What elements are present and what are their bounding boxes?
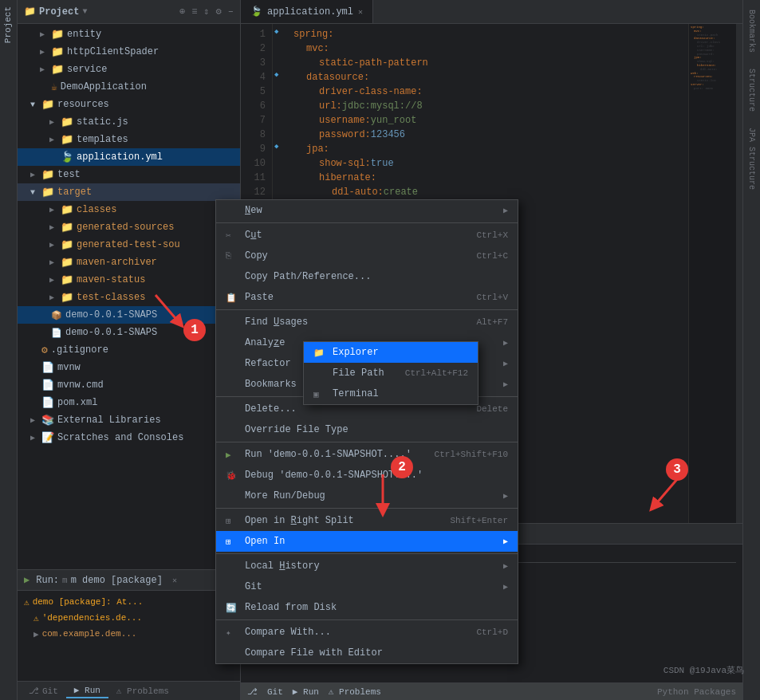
tree-item-staticjs[interactable]: ▶ 📁 static.js bbox=[18, 113, 240, 131]
tree-item-scratches[interactable]: ▶ 📝 Scratches and Consoles bbox=[18, 429, 240, 446]
menu-item-localhistory[interactable]: Local History ▶ bbox=[216, 556, 518, 576]
gutter-7 bbox=[274, 113, 285, 128]
editor-scrollbar[interactable] bbox=[736, 24, 742, 523]
tree-item-gitignore[interactable]: ▶ ⚙ .gitignore bbox=[18, 341, 240, 359]
tree-item-externallibs[interactable]: ▶ 📚 External Libraries bbox=[18, 411, 240, 429]
tree-item-httpclient[interactable]: ▶ 📁 httpClientSpader bbox=[18, 43, 240, 61]
tree-label-generated-test: generated-test-sou bbox=[77, 239, 180, 250]
editor-tab-applicationyml[interactable]: 🍃 application.yml ✕ bbox=[241, 0, 373, 23]
tree-item-maven-status[interactable]: ▶ 📁 maven-status bbox=[18, 271, 240, 289]
menu-item-run[interactable]: ▶ Run 'demo-0.0.1-SNAPSHOT....' Ctrl+Shi… bbox=[216, 444, 518, 465]
menu-shortcut-run: Ctrl+Shift+F10 bbox=[435, 450, 508, 459]
tree-item-mvnwcmd[interactable]: ▶ 📄 mvnw.cmd bbox=[18, 376, 240, 394]
tree-item-demo-jar2[interactable]: ▶ 📄 demo-0.0.1-SNAPS bbox=[18, 324, 240, 341]
submenu-item-terminal[interactable]: ▣ Terminal bbox=[304, 383, 478, 404]
panel-dropdown-arrow[interactable]: ▼ bbox=[82, 7, 87, 16]
run-item-arrow: ▶ bbox=[33, 629, 39, 639]
submenu-shortcut-filepath: Ctrl+Alt+F12 bbox=[405, 368, 468, 378]
vertical-tab-project[interactable]: Project bbox=[0, 0, 17, 49]
code-line-11: hibernate: bbox=[293, 171, 682, 185]
menu-item-morerun[interactable]: More Run/Debug ▶ bbox=[216, 486, 518, 506]
panel-action-locate[interactable]: ⊕ bbox=[179, 6, 185, 18]
run-tab-close[interactable]: ✕ bbox=[172, 576, 177, 585]
tree-label-resources: resources bbox=[57, 99, 109, 110]
menu-item-openin[interactable]: ⊞ Open In ▶ bbox=[216, 531, 518, 552]
tree-label-classes: classes bbox=[77, 204, 116, 215]
tree-item-templates[interactable]: ▶ 📁 templates bbox=[18, 131, 240, 148]
menu-sep-4 bbox=[216, 442, 518, 442]
menu-item-comparefile[interactable]: Compare File with Editor bbox=[216, 643, 518, 663]
menu-shortcut-delete: Delete bbox=[476, 404, 508, 414]
menu-item-git[interactable]: Git ▶ bbox=[216, 576, 518, 597]
run-label: Run: bbox=[36, 575, 59, 586]
line-1: 1 bbox=[241, 27, 272, 41]
menu-item-copy[interactable]: ⎘ Copy Ctrl+C bbox=[216, 246, 518, 266]
tree-item-mvnw[interactable]: ▶ 📄 mvnw bbox=[18, 359, 240, 376]
menu-label-openright: Open in Right Split bbox=[245, 515, 443, 526]
run-item-3: ▶ com.example.dem... bbox=[24, 626, 234, 642]
tree-arrow-scratches: ▶ bbox=[30, 433, 38, 442]
right-tab-structure[interactable]: Structure bbox=[746, 62, 758, 118]
menu-item-comparewith[interactable]: ✦ Compare With... Ctrl+D bbox=[216, 622, 518, 643]
tree-item-target[interactable]: ▼ 📁 target bbox=[18, 183, 240, 201]
menu-label-reload: Reload from Disk bbox=[245, 602, 508, 613]
line-2: 2 bbox=[241, 41, 272, 56]
panel-action-collapse[interactable]: ≡ bbox=[191, 6, 197, 18]
code-line-6: url: jdbc:mysql://8 bbox=[293, 99, 682, 113]
right-tab-jpa[interactable]: JPA Structure bbox=[746, 121, 758, 196]
run-header: ▶ Run: m m demo [package] ✕ bbox=[18, 570, 240, 591]
menu-item-paste[interactable]: 📋 Paste Ctrl+V bbox=[216, 287, 518, 308]
tree-item-generated-test[interactable]: ▶ 📁 generated-test-sou bbox=[18, 236, 240, 254]
gutter-1: ◆ bbox=[274, 27, 285, 41]
tree-item-entity[interactable]: ▶ 📁 entity bbox=[18, 26, 240, 43]
submenu-item-explorer[interactable]: 📁 Explorer bbox=[304, 342, 478, 363]
menu-sep-6 bbox=[216, 553, 518, 554]
line-11: 11 bbox=[241, 171, 272, 185]
tab-close-icon[interactable]: ✕ bbox=[358, 7, 363, 17]
tree-item-demoapplication[interactable]: ▶ ☕ DemoApplication bbox=[18, 78, 240, 96]
panel-action-minimize[interactable]: – bbox=[228, 6, 234, 18]
menu-item-copypath[interactable]: Copy Path/Reference... bbox=[216, 266, 518, 287]
tree-item-generated-sources[interactable]: ▶ 📁 generated-sources bbox=[18, 218, 240, 236]
run-item-example: com.example.dem... bbox=[42, 629, 137, 639]
status-run: ▶ Run bbox=[293, 686, 319, 697]
tree-arrow-httpclient: ▶ bbox=[40, 47, 48, 57]
menu-item-debug[interactable]: 🐞 Debug 'demo-0.0.1-SNAPSHOT....' bbox=[216, 465, 518, 486]
menu-item-findusages[interactable]: Find Usages Alt+F7 bbox=[216, 312, 518, 332]
menu-item-reload[interactable]: 🔄 Reload from Disk bbox=[216, 597, 518, 618]
tree-item-service[interactable]: ▶ 📁 service bbox=[18, 61, 240, 78]
menu-label-paste: Paste bbox=[245, 292, 470, 303]
line-7: 7 bbox=[241, 113, 272, 128]
line-10: 10 bbox=[241, 156, 272, 171]
tree-item-applicationyml[interactable]: ▶ 🍃 application.yml bbox=[18, 148, 240, 166]
panel-action-settings[interactable]: ⚙ bbox=[216, 6, 222, 18]
menu-item-openright[interactable]: ⊞ Open in Right Split Shift+Enter bbox=[216, 510, 518, 531]
tree-label-entity: entity bbox=[67, 29, 101, 40]
panel-action-sort[interactable]: ⇕ bbox=[203, 6, 209, 18]
btab-problems-label: ⚠ Problems bbox=[116, 686, 169, 696]
btab-git[interactable]: ⎇ Git bbox=[21, 684, 66, 698]
menu-shortcut-cut: Ctrl+X bbox=[476, 230, 508, 240]
menu-item-new[interactable]: New ▶ bbox=[216, 200, 518, 221]
warning-icon-2: ⚠ bbox=[33, 613, 39, 623]
menu-item-cut[interactable]: ✂ Cut Ctrl+X bbox=[216, 225, 518, 246]
tree-item-classes[interactable]: ▶ 📁 classes bbox=[18, 201, 240, 218]
tree-item-pomxml[interactable]: ▶ 📄 pom.xml bbox=[18, 394, 240, 411]
file-icon-pomxml: 📄 bbox=[41, 396, 54, 409]
btab-problems[interactable]: ⚠ Problems bbox=[108, 684, 177, 698]
menu-icon-openright: ⊞ bbox=[226, 516, 238, 526]
tree-item-maven-archiver[interactable]: ▶ 📁 maven-archiver bbox=[18, 254, 240, 271]
submenu-item-filepath[interactable]: File Path Ctrl+Alt+F12 bbox=[304, 363, 478, 383]
tree-arrow-resources: ▼ bbox=[30, 100, 38, 109]
tree-item-resources[interactable]: ▼ 📁 resources bbox=[18, 96, 240, 113]
tree-label-demoapplication: DemoApplication bbox=[61, 81, 147, 92]
menu-icon-comparewith: ✦ bbox=[226, 627, 238, 638]
warning-icon-1: ⚠ bbox=[24, 597, 30, 608]
menu-item-overridetype[interactable]: Override File Type bbox=[216, 419, 518, 440]
run-play-icon[interactable]: ▶ bbox=[24, 574, 30, 586]
btab-run[interactable]: ▶ Run bbox=[66, 683, 108, 698]
tree-item-test[interactable]: ▶ 📁 test bbox=[18, 166, 240, 183]
tree-item-demo-jar1[interactable]: ▶ 📦 demo-0.0.1-SNAPS bbox=[18, 306, 240, 324]
right-tab-bookmarks[interactable]: Bookmarks bbox=[746, 3, 758, 59]
tree-item-test-classes[interactable]: ▶ 📁 test-classes bbox=[18, 289, 240, 306]
